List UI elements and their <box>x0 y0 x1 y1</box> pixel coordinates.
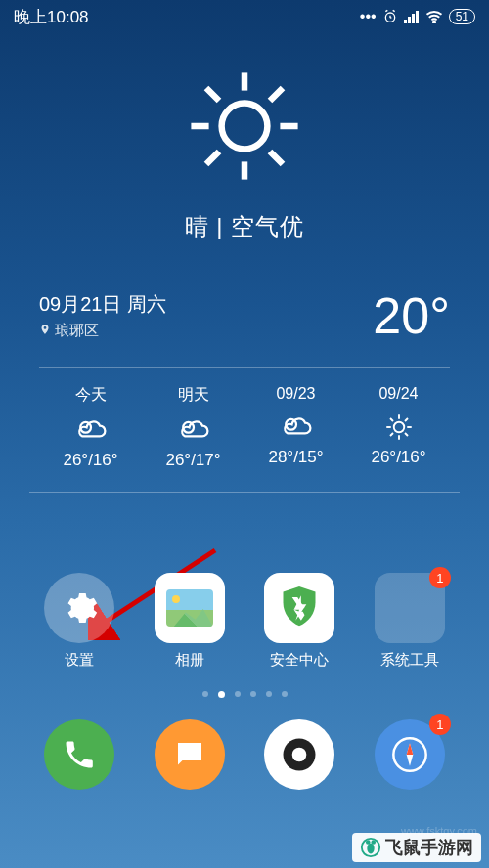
app-tools-folder[interactable]: 1 系统工具 <box>361 573 459 670</box>
svg-line-25 <box>390 433 393 436</box>
battery-indicator: 51 <box>449 9 475 24</box>
svg-line-23 <box>390 418 393 421</box>
alarm-icon <box>382 9 398 24</box>
page-dot-active[interactable] <box>218 691 225 698</box>
divider <box>39 367 450 368</box>
page-dot[interactable] <box>282 691 288 697</box>
page-indicator[interactable] <box>0 691 489 698</box>
gear-icon <box>44 573 114 643</box>
date-text: 09月21日 周六 <box>39 291 166 318</box>
forecast-day-label: 09/23 <box>244 385 347 403</box>
svg-rect-2 <box>408 17 411 23</box>
svg-point-18 <box>393 422 404 433</box>
app-gallery[interactable]: 相册 <box>141 573 239 670</box>
notification-badge: 1 <box>429 567 451 588</box>
svg-line-14 <box>270 88 283 101</box>
svg-point-38 <box>371 840 376 845</box>
page-dot[interactable] <box>250 691 256 697</box>
svg-line-11 <box>206 88 219 101</box>
app-label: 安全中心 <box>250 651 348 670</box>
dock-phone[interactable] <box>44 719 114 790</box>
signal-icon <box>404 10 420 23</box>
location-pin-icon <box>39 323 51 339</box>
forecast-day-label: 今天 <box>39 385 142 406</box>
status-icons: ••• 51 <box>360 8 475 25</box>
message-icon <box>172 737 207 772</box>
forecast-day-1[interactable]: 明天 26°/17° <box>142 385 244 470</box>
app-label: 系统工具 <box>361 651 459 670</box>
forecast-day-3[interactable]: 09/24 26°/16° <box>347 385 450 470</box>
date-location: 09月21日 周六 琅琊区 <box>39 291 166 340</box>
location-row: 琅琊区 <box>39 322 166 340</box>
app-label: 相册 <box>141 651 239 670</box>
app-settings[interactable]: 设置 <box>30 573 128 670</box>
svg-marker-34 <box>406 743 413 755</box>
svg-line-13 <box>206 152 219 164</box>
notification-badge: 1 <box>429 714 451 735</box>
folder-icon: 1 <box>375 573 445 643</box>
more-icon: ••• <box>360 8 377 25</box>
temperature-large: 20° <box>373 286 450 345</box>
svg-line-12 <box>270 152 283 164</box>
sunny-icon <box>347 412 450 442</box>
svg-line-26 <box>405 418 408 421</box>
shield-icon <box>264 573 334 643</box>
svg-point-31 <box>292 748 307 762</box>
status-bar: 晚上10:08 ••• 51 <box>0 0 489 33</box>
watermark: 飞鼠手游网 <box>352 833 481 862</box>
watermark-text: 飞鼠手游网 <box>385 836 473 859</box>
svg-point-37 <box>366 840 371 845</box>
svg-rect-1 <box>404 20 407 23</box>
forecast-day-0[interactable]: 今天 26°/16° <box>39 385 142 470</box>
svg-line-24 <box>405 433 408 436</box>
svg-rect-4 <box>416 11 419 23</box>
svg-rect-3 <box>412 14 415 23</box>
forecast-temp: 26°/16° <box>347 448 450 467</box>
weather-condition-text: 晴 | 空气优 <box>0 211 489 242</box>
svg-point-5 <box>433 22 435 23</box>
dock-messages[interactable] <box>155 719 225 790</box>
app-security[interactable]: 安全中心 <box>250 573 348 670</box>
compass-icon <box>390 735 429 774</box>
page-dot[interactable] <box>202 691 208 697</box>
forecast-temp: 26°/17° <box>142 451 244 470</box>
forecast-day-label: 09/24 <box>347 385 450 403</box>
cloudy-icon <box>244 412 347 442</box>
sun-icon <box>0 63 489 194</box>
weather-widget[interactable]: 09月21日 周六 琅琊区 20° 今天 26°/16° 明天 26°/17° … <box>29 286 460 470</box>
page-dot[interactable] <box>266 691 272 697</box>
camera-icon <box>278 733 321 776</box>
page-dot[interactable] <box>235 691 241 697</box>
forecast-day-2[interactable]: 09/23 28°/15° <box>244 385 347 470</box>
weather-summary[interactable]: 晴 | 空气优 <box>0 63 489 242</box>
wifi-icon <box>425 10 443 23</box>
app-label: 设置 <box>30 651 128 670</box>
svg-point-6 <box>222 104 268 150</box>
home-app-row: 设置 相册 安全中心 1 系统工具 <box>0 573 489 670</box>
divider <box>29 492 460 493</box>
location-text: 琅琊区 <box>55 322 99 340</box>
forecast-day-label: 明天 <box>142 385 244 406</box>
battery-level: 51 <box>456 10 468 23</box>
phone-icon <box>62 737 97 772</box>
forecast-temp: 26°/16° <box>39 451 142 470</box>
dock-camera[interactable] <box>264 719 334 790</box>
forecast-row: 今天 26°/16° 明天 26°/17° 09/23 28°/15° 09/2… <box>39 385 450 470</box>
cloudy-icon <box>39 415 142 445</box>
svg-point-36 <box>367 843 374 853</box>
date-temp-row: 09月21日 周六 琅琊区 20° <box>39 286 450 345</box>
mouse-logo-icon <box>360 837 381 858</box>
forecast-temp: 28°/15° <box>244 448 347 467</box>
status-time: 晚上10:08 <box>14 6 89 28</box>
dock-browser[interactable]: 1 <box>375 719 445 790</box>
cloudy-icon <box>142 415 244 445</box>
gallery-icon <box>155 573 225 643</box>
dock: 1 <box>0 719 489 790</box>
